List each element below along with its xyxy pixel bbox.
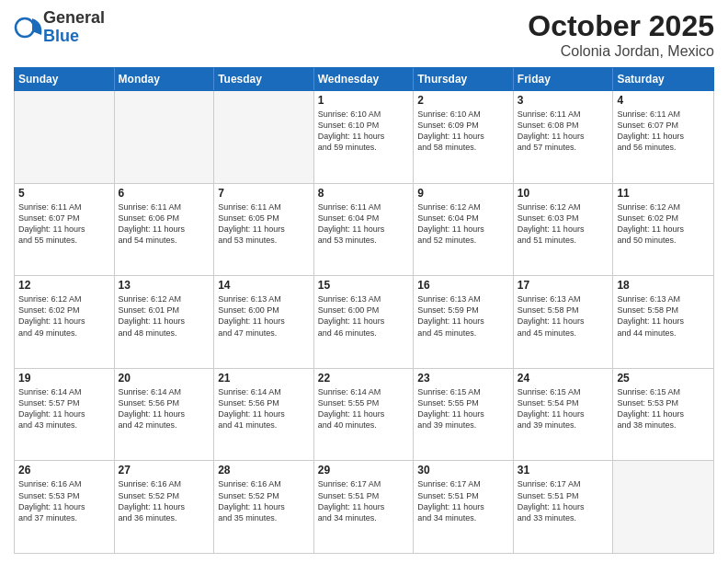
calendar-cell: 30Sunrise: 6:17 AM Sunset: 5:51 PM Dayli… bbox=[414, 461, 514, 553]
day-number: 20 bbox=[119, 372, 210, 385]
calendar-cell: 17Sunrise: 6:13 AM Sunset: 5:58 PM Dayli… bbox=[514, 276, 614, 368]
day-number: 16 bbox=[417, 279, 509, 292]
cell-info: Sunrise: 6:13 AM Sunset: 6:00 PM Dayligh… bbox=[218, 293, 310, 339]
day-number: 13 bbox=[119, 279, 210, 292]
cell-info: Sunrise: 6:13 AM Sunset: 5:58 PM Dayligh… bbox=[617, 293, 710, 339]
calendar-cell: 20Sunrise: 6:14 AM Sunset: 5:56 PM Dayli… bbox=[115, 369, 215, 461]
cell-info: Sunrise: 6:12 AM Sunset: 6:02 PM Dayligh… bbox=[18, 293, 110, 339]
day-number: 27 bbox=[119, 464, 210, 477]
calendar-cell bbox=[214, 91, 314, 183]
title-block: October 2025 Colonia Jordan, Mexico bbox=[528, 9, 714, 60]
cell-info: Sunrise: 6:12 AM Sunset: 6:02 PM Dayligh… bbox=[617, 201, 710, 247]
cell-info: Sunrise: 6:14 AM Sunset: 5:57 PM Dayligh… bbox=[18, 386, 110, 431]
cell-info: Sunrise: 6:14 AM Sunset: 5:55 PM Dayligh… bbox=[318, 386, 410, 431]
weekday-header: Saturday bbox=[613, 68, 713, 90]
calendar-cell: 22Sunrise: 6:14 AM Sunset: 5:55 PM Dayli… bbox=[314, 369, 415, 461]
cell-info: Sunrise: 6:10 AM Sunset: 6:09 PM Dayligh… bbox=[417, 109, 509, 154]
calendar-cell: 29Sunrise: 6:17 AM Sunset: 5:51 PM Dayli… bbox=[314, 461, 415, 553]
location: Colonia Jordan, Mexico bbox=[528, 43, 714, 60]
cell-info: Sunrise: 6:16 AM Sunset: 5:52 PM Dayligh… bbox=[119, 478, 210, 523]
day-number: 24 bbox=[518, 372, 609, 385]
cell-info: Sunrise: 6:15 AM Sunset: 5:54 PM Dayligh… bbox=[518, 386, 609, 431]
calendar-cell: 21Sunrise: 6:14 AM Sunset: 5:56 PM Dayli… bbox=[214, 369, 314, 461]
day-number: 28 bbox=[218, 464, 310, 477]
cell-info: Sunrise: 6:11 AM Sunset: 6:07 PM Dayligh… bbox=[18, 201, 110, 247]
day-number: 7 bbox=[218, 187, 310, 200]
logo-blue: Blue bbox=[43, 28, 105, 46]
cell-info: Sunrise: 6:14 AM Sunset: 5:56 PM Dayligh… bbox=[218, 386, 310, 431]
day-number: 11 bbox=[617, 187, 710, 200]
calendar-cell bbox=[613, 461, 713, 553]
weekday-header: Sunday bbox=[15, 68, 115, 90]
weekday-header: Tuesday bbox=[214, 68, 314, 90]
logo-text: General Blue bbox=[43, 9, 105, 46]
weekday-header: Thursday bbox=[414, 68, 514, 90]
day-number: 17 bbox=[518, 279, 609, 292]
day-number: 4 bbox=[617, 94, 710, 107]
cell-info: Sunrise: 6:13 AM Sunset: 6:00 PM Dayligh… bbox=[318, 293, 410, 339]
calendar-cell: 7Sunrise: 6:11 AM Sunset: 6:05 PM Daylig… bbox=[214, 184, 314, 276]
cell-info: Sunrise: 6:16 AM Sunset: 5:53 PM Dayligh… bbox=[18, 478, 110, 523]
day-number: 30 bbox=[417, 464, 509, 477]
calendar-cell: 24Sunrise: 6:15 AM Sunset: 5:54 PM Dayli… bbox=[514, 369, 614, 461]
cell-info: Sunrise: 6:15 AM Sunset: 5:53 PM Dayligh… bbox=[617, 386, 710, 431]
calendar-header: SundayMondayTuesdayWednesdayThursdayFrid… bbox=[14, 67, 714, 91]
calendar: SundayMondayTuesdayWednesdayThursdayFrid… bbox=[14, 67, 714, 554]
cell-info: Sunrise: 6:11 AM Sunset: 6:07 PM Dayligh… bbox=[617, 109, 710, 154]
calendar-cell: 10Sunrise: 6:12 AM Sunset: 6:03 PM Dayli… bbox=[514, 184, 614, 276]
calendar-cell: 23Sunrise: 6:15 AM Sunset: 5:55 PM Dayli… bbox=[414, 369, 514, 461]
cell-info: Sunrise: 6:14 AM Sunset: 5:56 PM Dayligh… bbox=[119, 386, 210, 431]
weekday-header: Monday bbox=[115, 68, 215, 90]
calendar-cell: 28Sunrise: 6:16 AM Sunset: 5:52 PM Dayli… bbox=[214, 461, 314, 553]
calendar-cell: 3Sunrise: 6:11 AM Sunset: 6:08 PM Daylig… bbox=[514, 91, 614, 183]
day-number: 22 bbox=[318, 372, 410, 385]
calendar-body: 1Sunrise: 6:10 AM Sunset: 6:10 PM Daylig… bbox=[14, 91, 714, 554]
logo-general: General bbox=[43, 9, 105, 28]
day-number: 21 bbox=[218, 372, 310, 385]
day-number: 14 bbox=[218, 279, 310, 292]
svg-point-0 bbox=[16, 18, 34, 37]
cell-info: Sunrise: 6:11 AM Sunset: 6:05 PM Dayligh… bbox=[218, 201, 310, 247]
cell-info: Sunrise: 6:12 AM Sunset: 6:04 PM Dayligh… bbox=[417, 201, 509, 247]
calendar-cell: 26Sunrise: 6:16 AM Sunset: 5:53 PM Dayli… bbox=[15, 461, 115, 553]
cell-info: Sunrise: 6:16 AM Sunset: 5:52 PM Dayligh… bbox=[218, 478, 310, 523]
day-number: 31 bbox=[518, 464, 609, 477]
day-number: 8 bbox=[318, 187, 410, 200]
calendar-cell: 15Sunrise: 6:13 AM Sunset: 6:00 PM Dayli… bbox=[314, 276, 415, 368]
calendar-cell: 27Sunrise: 6:16 AM Sunset: 5:52 PM Dayli… bbox=[115, 461, 215, 553]
calendar-cell: 6Sunrise: 6:11 AM Sunset: 6:06 PM Daylig… bbox=[115, 184, 215, 276]
cell-info: Sunrise: 6:11 AM Sunset: 6:06 PM Dayligh… bbox=[119, 201, 210, 247]
day-number: 26 bbox=[18, 464, 110, 477]
day-number: 19 bbox=[18, 372, 110, 385]
cell-info: Sunrise: 6:17 AM Sunset: 5:51 PM Dayligh… bbox=[518, 478, 609, 523]
cell-info: Sunrise: 6:11 AM Sunset: 6:08 PM Dayligh… bbox=[518, 109, 609, 154]
calendar-row: 5Sunrise: 6:11 AM Sunset: 6:07 PM Daylig… bbox=[15, 184, 713, 277]
calendar-cell bbox=[15, 91, 115, 183]
calendar-cell: 8Sunrise: 6:11 AM Sunset: 6:04 PM Daylig… bbox=[314, 184, 415, 276]
calendar-row: 1Sunrise: 6:10 AM Sunset: 6:10 PM Daylig… bbox=[15, 91, 713, 184]
day-number: 10 bbox=[518, 187, 609, 200]
cell-info: Sunrise: 6:17 AM Sunset: 5:51 PM Dayligh… bbox=[417, 478, 509, 523]
calendar-cell: 16Sunrise: 6:13 AM Sunset: 5:59 PM Dayli… bbox=[414, 276, 514, 368]
page-container: General Blue October 2025 Colonia Jordan… bbox=[0, 0, 728, 563]
logo: General Blue bbox=[14, 9, 105, 46]
calendar-cell: 25Sunrise: 6:15 AM Sunset: 5:53 PM Dayli… bbox=[613, 369, 713, 461]
header: General Blue October 2025 Colonia Jordan… bbox=[14, 9, 714, 60]
day-number: 12 bbox=[18, 279, 110, 292]
calendar-cell: 12Sunrise: 6:12 AM Sunset: 6:02 PM Dayli… bbox=[15, 276, 115, 368]
calendar-row: 12Sunrise: 6:12 AM Sunset: 6:02 PM Dayli… bbox=[15, 276, 713, 369]
calendar-cell: 4Sunrise: 6:11 AM Sunset: 6:07 PM Daylig… bbox=[613, 91, 713, 183]
month-title: October 2025 bbox=[528, 9, 714, 43]
cell-info: Sunrise: 6:12 AM Sunset: 6:03 PM Dayligh… bbox=[518, 201, 609, 247]
cell-info: Sunrise: 6:10 AM Sunset: 6:10 PM Dayligh… bbox=[318, 109, 410, 154]
calendar-row: 26Sunrise: 6:16 AM Sunset: 5:53 PM Dayli… bbox=[15, 461, 713, 553]
day-number: 18 bbox=[617, 279, 710, 292]
cell-info: Sunrise: 6:15 AM Sunset: 5:55 PM Dayligh… bbox=[417, 386, 509, 431]
day-number: 1 bbox=[318, 94, 410, 107]
calendar-cell bbox=[115, 91, 215, 183]
day-number: 15 bbox=[318, 279, 410, 292]
day-number: 9 bbox=[417, 187, 509, 200]
cell-info: Sunrise: 6:13 AM Sunset: 5:59 PM Dayligh… bbox=[417, 293, 509, 339]
calendar-cell: 11Sunrise: 6:12 AM Sunset: 6:02 PM Dayli… bbox=[613, 184, 713, 276]
calendar-cell: 19Sunrise: 6:14 AM Sunset: 5:57 PM Dayli… bbox=[15, 369, 115, 461]
